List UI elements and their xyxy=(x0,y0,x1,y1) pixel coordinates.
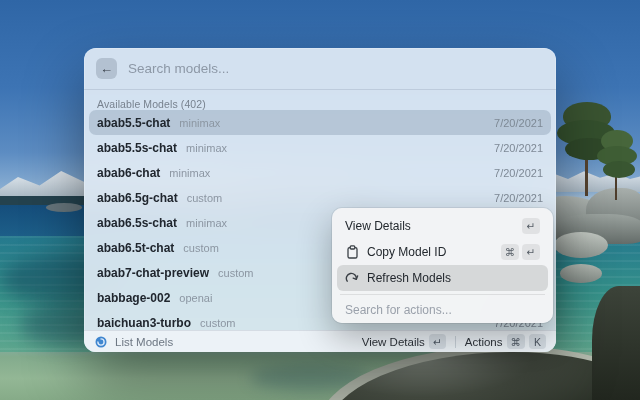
wallpaper-water-boulder xyxy=(554,232,608,258)
model-provider: custom xyxy=(200,317,235,329)
search-input[interactable] xyxy=(128,61,544,76)
actions-popup: View Details ↵ Copy Model ID ⌘ ↵ xyxy=(332,208,553,323)
model-name: abab5.5s-chat xyxy=(97,141,177,155)
search-bar: ← xyxy=(84,48,556,90)
model-date: 7/20/2021 xyxy=(494,167,543,179)
menu-item-label: View Details xyxy=(345,219,411,233)
primary-action-button[interactable]: View Details ↵ xyxy=(362,334,446,349)
menu-item-copy-model-id[interactable]: Copy Model ID ⌘ ↵ xyxy=(337,239,548,265)
actions-search-input[interactable] xyxy=(337,298,548,322)
primary-action-label: View Details xyxy=(362,336,425,348)
back-arrow-icon: ← xyxy=(100,62,113,75)
model-row[interactable]: abab6-chat minimax 7/20/2021 xyxy=(89,160,551,185)
footer-app: List Models xyxy=(94,335,173,349)
model-name: babbage-002 xyxy=(97,291,170,305)
command-key-badge: ⌘ xyxy=(501,244,519,260)
menu-item-keys: ↵ xyxy=(522,218,540,234)
footer-bar: List Models View Details ↵ Actions ⌘ K xyxy=(84,330,556,352)
model-name: baichuan3-turbo xyxy=(97,316,191,330)
model-row[interactable]: abab5.5s-chat minimax 7/20/2021 xyxy=(89,135,551,160)
model-name: abab6-chat xyxy=(97,166,160,180)
model-provider: custom xyxy=(187,192,222,204)
section-header: Available Models (402) xyxy=(89,93,551,110)
wallpaper-shore-rock xyxy=(46,203,82,212)
return-key-badge: ↵ xyxy=(429,334,446,349)
footer-app-name: List Models xyxy=(115,336,173,348)
desktop: ← Available Models (402) abab5.5-chat mi… xyxy=(0,0,640,400)
model-row[interactable]: abab6.5g-chat custom 7/20/2021 xyxy=(89,185,551,210)
return-key-badge: ↵ xyxy=(522,218,540,234)
model-provider: custom xyxy=(218,267,253,279)
menu-item-label: Refresh Models xyxy=(367,271,451,285)
footer-separator xyxy=(455,336,456,348)
return-key-badge: ↵ xyxy=(522,244,540,260)
model-provider: minimax xyxy=(186,217,227,229)
menu-item-label: Copy Model ID xyxy=(367,245,446,259)
back-button[interactable]: ← xyxy=(96,58,117,79)
model-date: 7/20/2021 xyxy=(494,117,543,129)
model-row[interactable]: abab5.5-chat minimax 7/20/2021 xyxy=(89,110,551,135)
wallpaper-pine-tree xyxy=(603,161,635,178)
k-key-badge: K xyxy=(529,334,546,349)
model-provider: minimax xyxy=(179,117,220,129)
wallpaper-foreground-rock xyxy=(592,286,640,400)
menu-item-keys: ⌘ ↵ xyxy=(501,244,540,260)
menu-divider xyxy=(340,294,545,295)
actions-menu-button[interactable]: Actions ⌘ K xyxy=(465,334,546,349)
command-key-badge: ⌘ xyxy=(507,334,526,349)
model-name: abab6.5s-chat xyxy=(97,216,177,230)
model-name: abab5.5-chat xyxy=(97,116,170,130)
model-date: 7/20/2021 xyxy=(494,192,543,204)
model-provider: openai xyxy=(179,292,212,304)
model-provider: minimax xyxy=(186,142,227,154)
model-name: abab6.5t-chat xyxy=(97,241,174,255)
menu-item-view-details[interactable]: View Details ↵ xyxy=(337,213,548,239)
model-date: 7/20/2021 xyxy=(494,142,543,154)
menu-item-refresh-models[interactable]: Refresh Models xyxy=(337,265,548,291)
actions-label: Actions xyxy=(465,336,503,348)
refresh-icon xyxy=(345,271,359,285)
model-name: abab6.5g-chat xyxy=(97,191,178,205)
footer-actions: View Details ↵ Actions ⌘ K xyxy=(362,334,546,349)
model-name: abab7-chat-preview xyxy=(97,266,209,280)
model-provider: minimax xyxy=(169,167,210,179)
extension-icon xyxy=(94,335,108,349)
clipboard-icon xyxy=(345,245,359,259)
model-provider: custom xyxy=(183,242,218,254)
wallpaper-water-boulder xyxy=(560,264,602,283)
